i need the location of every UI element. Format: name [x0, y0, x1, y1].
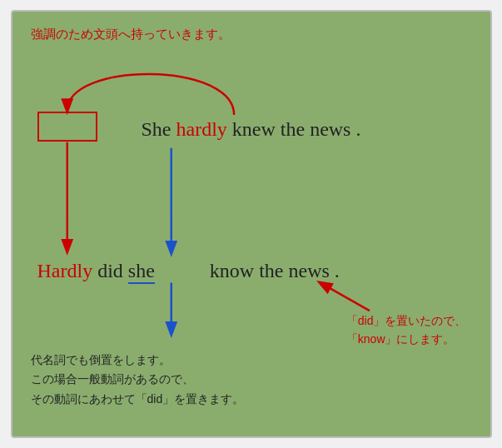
japanese-right-note: 「did」を置いたので、 「know」にします。: [346, 311, 467, 349]
word-knew: knew: [232, 118, 276, 141]
word-the2: the: [259, 260, 283, 282]
word-hardly: hardly: [176, 118, 227, 141]
word-period2: .: [335, 260, 340, 282]
word-she2: she: [128, 260, 155, 284]
japanese-top-text: 強調のため文頭へ持っていきます。: [31, 27, 231, 42]
word-news2: news: [289, 260, 330, 282]
word-news1: news: [310, 118, 350, 141]
svg-line-3: [320, 282, 370, 311]
sentence2: Hardly did she know the news .: [37, 260, 345, 284]
word-hardly2: Hardly: [37, 260, 93, 282]
word-period1: .: [355, 118, 360, 141]
sentence1: She hardly knew the news .: [142, 118, 366, 141]
word-she: She: [142, 118, 171, 141]
word-did: did: [97, 260, 123, 282]
japanese-bottom-text: 代名詞でも倒置をします。 この場合一般動詞があるので、 その動詞にあわせて「di…: [31, 351, 245, 410]
word-know: know: [210, 260, 254, 282]
red-box-placeholder: [37, 112, 97, 142]
word-the1: the: [281, 118, 305, 141]
main-card: 強調のため文頭へ持っていきます。 She hardly knew the new…: [11, 10, 492, 438]
